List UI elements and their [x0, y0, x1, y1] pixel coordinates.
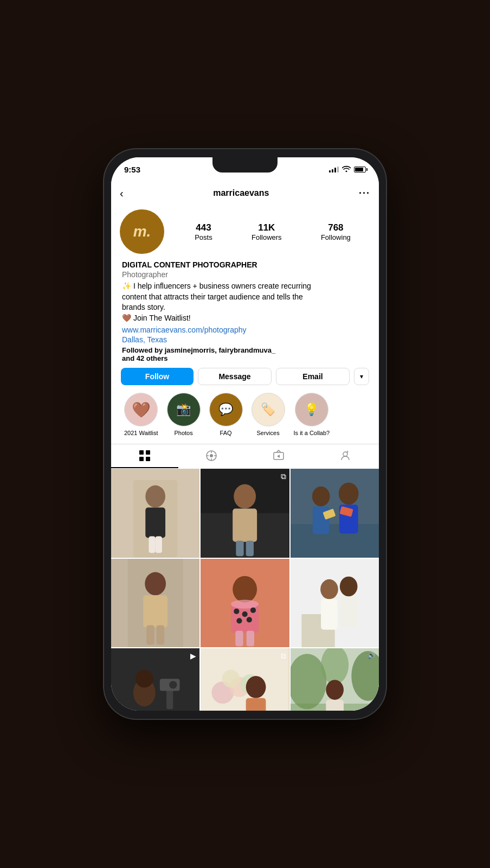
- bio-text: ✨ I help influencers + business owners c…: [122, 281, 368, 323]
- status-bar: 9:53: [111, 157, 379, 181]
- svg-rect-1: [146, 450, 150, 455]
- svg-point-22: [312, 487, 330, 507]
- svg-rect-51: [111, 648, 199, 711]
- highlight-collab[interactable]: 💡 Is it a Collab?: [294, 393, 330, 436]
- svg-rect-18: [236, 541, 244, 557]
- grid-photo-1[interactable]: [111, 469, 199, 557]
- grid-photo-9[interactable]: 🔊: [291, 648, 379, 711]
- highlight-emoji-collab: 💡: [304, 403, 319, 417]
- highlight-circle-faq: 💬: [209, 393, 243, 426]
- grid-photo-8[interactable]: ⧉: [201, 648, 289, 711]
- tab-tagged[interactable]: [312, 444, 379, 468]
- highlight-label-waitlist: 2021 Waitlist: [124, 430, 158, 436]
- message-button[interactable]: Message: [198, 368, 272, 385]
- svg-point-39: [242, 611, 248, 617]
- highlight-emoji-faq: 💬: [218, 403, 233, 417]
- stats-row: 443 Posts 11K Followers 768 Following: [175, 222, 370, 241]
- svg-rect-3: [146, 457, 150, 461]
- email-button[interactable]: Email: [276, 368, 350, 385]
- highlight-photos[interactable]: 📸 Photos: [167, 393, 201, 436]
- bio-location: Dallas, Texas: [122, 335, 368, 344]
- photo-8-badge: ⧉: [281, 652, 286, 661]
- grid-photo-6[interactable]: [291, 559, 379, 647]
- svg-point-16: [234, 484, 256, 509]
- signal-icon: [329, 167, 339, 173]
- nav-username: marricaevans: [213, 188, 269, 198]
- phone-frame: 9:53: [104, 149, 386, 719]
- svg-point-5: [210, 454, 213, 457]
- svg-point-60: [222, 670, 240, 688]
- photo-9-badge: 🔊: [368, 652, 376, 659]
- svg-rect-31: [143, 595, 167, 627]
- svg-point-69: [326, 680, 344, 700]
- svg-rect-70: [326, 700, 344, 711]
- svg-rect-2: [139, 457, 144, 461]
- svg-point-7: [343, 452, 347, 456]
- dropdown-button[interactable]: ▾: [354, 368, 369, 385]
- tab-bar: [111, 444, 379, 468]
- more-button[interactable]: ···: [359, 188, 370, 199]
- svg-point-47: [320, 579, 338, 599]
- others-count: 42: [137, 354, 144, 362]
- battery-icon: [354, 167, 366, 173]
- posts-count: 443: [196, 222, 211, 233]
- followers-count: 11K: [258, 222, 275, 233]
- bio-link[interactable]: www.marricaevans.com/photography: [122, 326, 368, 334]
- profile-top: m. 443 Posts 11K Followers 768: [120, 209, 370, 254]
- svg-point-41: [237, 618, 242, 623]
- nav-bar: ‹ marricaevans ···: [111, 181, 379, 205]
- tagged-icon: [339, 450, 351, 462]
- following-stat[interactable]: 768 Following: [321, 222, 351, 241]
- bio-category: Photographer: [122, 270, 368, 279]
- svg-rect-17: [233, 509, 257, 542]
- svg-point-10: [145, 486, 165, 508]
- highlight-services[interactable]: 🏷️ Services: [252, 393, 285, 436]
- svg-rect-48: [321, 599, 338, 629]
- tab-grid[interactable]: [111, 444, 178, 468]
- phone-screen: 9:53: [111, 157, 379, 711]
- svg-rect-43: [236, 630, 243, 646]
- highlight-faq[interactable]: 💬 FAQ: [209, 393, 243, 436]
- photo-2-badge: ⧉: [281, 472, 286, 481]
- highlight-circle-waitlist: 🤎: [124, 393, 158, 426]
- follower2[interactable]: fairybrandmuva_: [218, 346, 275, 354]
- battery-fill: [355, 168, 363, 171]
- avatar-container: m.: [120, 209, 164, 254]
- grid-photo-2[interactable]: ⧉: [201, 469, 289, 557]
- status-icons: [329, 165, 366, 174]
- svg-rect-12: [149, 537, 155, 553]
- highlight-circle-services: 🏷️: [252, 393, 285, 426]
- grid-photo-7[interactable]: ▶: [111, 648, 199, 711]
- svg-point-56: [169, 681, 177, 688]
- svg-point-30: [145, 572, 166, 595]
- back-button[interactable]: ‹: [120, 187, 124, 200]
- profile-section: m. 443 Posts 11K Followers 768: [111, 205, 379, 436]
- grid-photo-3[interactable]: [291, 469, 379, 557]
- follow-button[interactable]: Follow: [121, 368, 194, 385]
- svg-rect-0: [139, 450, 144, 455]
- tab-reels[interactable]: [178, 444, 246, 468]
- followers-stat[interactable]: 11K Followers: [252, 222, 282, 241]
- following-label: Following: [321, 233, 351, 241]
- posts-stat[interactable]: 443 Posts: [195, 222, 212, 241]
- svg-rect-33: [157, 625, 164, 644]
- highlights-row: 🤎 2021 Waitlist 📸 Photos 💬: [120, 393, 370, 436]
- app-content: ‹ marricaevans ··· m. 443 Pos: [111, 181, 379, 711]
- highlight-label-collab: Is it a Collab?: [294, 430, 330, 436]
- svg-rect-23: [312, 507, 329, 534]
- svg-rect-44: [247, 630, 254, 646]
- notch: [212, 157, 278, 173]
- follower1[interactable]: jasminejmorris: [165, 346, 215, 354]
- tab-tv[interactable]: [245, 444, 312, 468]
- svg-point-35: [233, 576, 257, 602]
- avatar-text: m.: [133, 223, 151, 240]
- grid-icon: [139, 450, 151, 462]
- avatar[interactable]: m.: [120, 209, 164, 254]
- svg-rect-21: [291, 524, 379, 557]
- grid-photo-5[interactable]: [201, 559, 289, 647]
- reels-icon: [205, 450, 217, 462]
- grid-photo-4[interactable]: [111, 559, 199, 647]
- highlight-label-services: Services: [256, 430, 279, 436]
- highlight-waitlist[interactable]: 🤎 2021 Waitlist: [124, 393, 158, 436]
- highlight-emoji-waitlist: 🤎: [132, 401, 151, 419]
